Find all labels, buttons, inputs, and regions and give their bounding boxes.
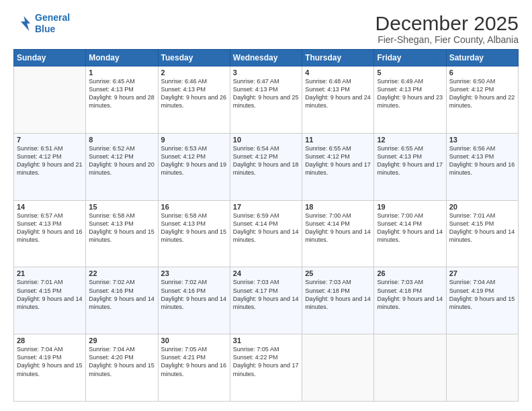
day-number: 15 xyxy=(89,203,154,211)
calendar-cell: 23Sunrise: 7:02 AMSunset: 4:16 PMDayligh… xyxy=(158,267,230,334)
cell-info: Sunrise: 7:05 AMSunset: 4:22 PMDaylight:… xyxy=(233,345,299,378)
header: General Blue December 2025 Fier-Shegan, … xyxy=(13,12,519,45)
day-number: 26 xyxy=(377,269,443,277)
calendar-cell xyxy=(14,66,86,134)
calendar-body: 1Sunrise: 6:45 AMSunset: 4:13 PMDaylight… xyxy=(14,66,519,402)
day-number: 14 xyxy=(17,203,83,211)
cell-info: Sunrise: 6:58 AMSunset: 4:13 PMDaylight:… xyxy=(161,212,227,244)
title-block: December 2025 Fier-Shegan, Fier County, … xyxy=(375,12,519,45)
calendar-cell: 20Sunrise: 7:01 AMSunset: 4:15 PMDayligh… xyxy=(446,200,518,267)
calendar-cell: 18Sunrise: 7:00 AMSunset: 4:14 PMDayligh… xyxy=(302,200,374,267)
logo-line2: Blue xyxy=(35,24,55,34)
cell-info: Sunrise: 6:45 AMSunset: 4:13 PMDaylight:… xyxy=(89,77,154,110)
day-number: 29 xyxy=(89,336,154,345)
cell-info: Sunrise: 6:55 AMSunset: 4:13 PMDaylight:… xyxy=(377,144,443,177)
cell-info: Sunrise: 7:04 AMSunset: 4:20 PMDaylight:… xyxy=(89,345,154,378)
cell-info: Sunrise: 6:53 AMSunset: 4:12 PMDaylight:… xyxy=(161,144,227,177)
weekday-header-sunday: Sunday xyxy=(14,50,86,66)
day-number: 9 xyxy=(161,136,227,144)
logo-text: General Blue xyxy=(35,12,70,35)
calendar-cell xyxy=(446,334,518,402)
calendar-week-2: 7Sunrise: 6:51 AMSunset: 4:12 PMDaylight… xyxy=(14,133,519,200)
calendar-cell: 29Sunrise: 7:04 AMSunset: 4:20 PMDayligh… xyxy=(86,334,158,402)
calendar-cell: 7Sunrise: 6:51 AMSunset: 4:12 PMDaylight… xyxy=(14,133,86,200)
cell-info: Sunrise: 7:00 AMSunset: 4:14 PMDaylight:… xyxy=(305,212,371,244)
svg-marker-0 xyxy=(21,16,30,31)
day-number: 18 xyxy=(305,203,371,211)
weekday-header-monday: Monday xyxy=(86,50,158,66)
month-title: December 2025 xyxy=(375,12,519,34)
day-number: 28 xyxy=(17,336,83,345)
cell-info: Sunrise: 7:05 AMSunset: 4:21 PMDaylight:… xyxy=(161,345,227,378)
weekday-header-thursday: Thursday xyxy=(302,50,374,66)
calendar-cell: 15Sunrise: 6:58 AMSunset: 4:13 PMDayligh… xyxy=(86,200,158,267)
day-number: 16 xyxy=(161,203,227,211)
cell-info: Sunrise: 7:03 AMSunset: 4:17 PMDaylight:… xyxy=(233,278,299,311)
calendar-cell: 19Sunrise: 7:00 AMSunset: 4:14 PMDayligh… xyxy=(374,200,446,267)
calendar-cell: 26Sunrise: 7:03 AMSunset: 4:18 PMDayligh… xyxy=(374,267,446,334)
calendar-cell: 28Sunrise: 7:04 AMSunset: 4:19 PMDayligh… xyxy=(14,334,86,402)
calendar-cell: 6Sunrise: 6:50 AMSunset: 4:12 PMDaylight… xyxy=(446,66,518,134)
calendar-cell: 12Sunrise: 6:55 AMSunset: 4:13 PMDayligh… xyxy=(374,133,446,200)
cell-info: Sunrise: 6:50 AMSunset: 4:12 PMDaylight:… xyxy=(449,77,515,110)
logo: General Blue xyxy=(13,12,70,35)
day-number: 12 xyxy=(377,136,443,144)
day-number: 1 xyxy=(89,68,154,77)
day-number: 20 xyxy=(449,203,515,211)
calendar-cell: 21Sunrise: 7:01 AMSunset: 4:15 PMDayligh… xyxy=(14,267,86,334)
calendar-cell: 16Sunrise: 6:58 AMSunset: 4:13 PMDayligh… xyxy=(158,200,230,267)
calendar-week-3: 14Sunrise: 6:57 AMSunset: 4:13 PMDayligh… xyxy=(14,200,519,267)
day-number: 25 xyxy=(305,269,371,277)
calendar-cell: 31Sunrise: 7:05 AMSunset: 4:22 PMDayligh… xyxy=(230,334,302,402)
calendar-cell xyxy=(302,334,374,402)
cell-info: Sunrise: 7:04 AMSunset: 4:19 PMDaylight:… xyxy=(449,278,515,311)
cell-info: Sunrise: 6:55 AMSunset: 4:12 PMDaylight:… xyxy=(305,144,371,177)
day-number: 2 xyxy=(161,68,227,77)
day-number: 17 xyxy=(233,203,299,211)
calendar-cell: 2Sunrise: 6:46 AMSunset: 4:13 PMDaylight… xyxy=(158,66,230,134)
calendar-cell: 17Sunrise: 6:59 AMSunset: 4:14 PMDayligh… xyxy=(230,200,302,267)
day-number: 13 xyxy=(449,136,515,144)
day-number: 8 xyxy=(89,136,154,144)
calendar-week-5: 28Sunrise: 7:04 AMSunset: 4:19 PMDayligh… xyxy=(14,334,519,402)
day-number: 21 xyxy=(17,269,83,277)
cell-info: Sunrise: 6:59 AMSunset: 4:14 PMDaylight:… xyxy=(233,212,299,244)
cell-info: Sunrise: 6:51 AMSunset: 4:12 PMDaylight:… xyxy=(17,144,83,177)
cell-info: Sunrise: 6:58 AMSunset: 4:13 PMDaylight:… xyxy=(89,212,154,244)
logo-icon xyxy=(13,14,32,33)
cell-info: Sunrise: 6:56 AMSunset: 4:13 PMDaylight:… xyxy=(449,144,515,177)
day-number: 11 xyxy=(305,136,371,144)
logo-line1: General xyxy=(35,12,70,23)
calendar-cell: 3Sunrise: 6:47 AMSunset: 4:13 PMDaylight… xyxy=(230,66,302,134)
cell-info: Sunrise: 7:02 AMSunset: 4:16 PMDaylight:… xyxy=(161,278,227,311)
cell-info: Sunrise: 7:04 AMSunset: 4:19 PMDaylight:… xyxy=(17,345,83,378)
calendar-cell xyxy=(374,334,446,402)
calendar-cell: 4Sunrise: 6:48 AMSunset: 4:13 PMDaylight… xyxy=(302,66,374,134)
day-number: 24 xyxy=(233,269,299,277)
calendar-cell: 9Sunrise: 6:53 AMSunset: 4:12 PMDaylight… xyxy=(158,133,230,200)
calendar-cell: 25Sunrise: 7:03 AMSunset: 4:18 PMDayligh… xyxy=(302,267,374,334)
cell-info: Sunrise: 7:01 AMSunset: 4:15 PMDaylight:… xyxy=(449,212,515,244)
weekday-row: SundayMondayTuesdayWednesdayThursdayFrid… xyxy=(14,50,519,66)
day-number: 4 xyxy=(305,68,371,77)
calendar-cell: 5Sunrise: 6:49 AMSunset: 4:13 PMDaylight… xyxy=(374,66,446,134)
calendar-header: SundayMondayTuesdayWednesdayThursdayFrid… xyxy=(14,50,519,66)
weekday-header-wednesday: Wednesday xyxy=(230,50,302,66)
calendar-cell: 10Sunrise: 6:54 AMSunset: 4:12 PMDayligh… xyxy=(230,133,302,200)
cell-info: Sunrise: 6:52 AMSunset: 4:12 PMDaylight:… xyxy=(89,144,154,177)
cell-info: Sunrise: 6:46 AMSunset: 4:13 PMDaylight:… xyxy=(161,77,227,110)
day-number: 22 xyxy=(89,269,154,277)
cell-info: Sunrise: 7:01 AMSunset: 4:15 PMDaylight:… xyxy=(17,278,83,311)
calendar-cell: 8Sunrise: 6:52 AMSunset: 4:12 PMDaylight… xyxy=(86,133,158,200)
day-number: 10 xyxy=(233,136,299,144)
calendar-week-1: 1Sunrise: 6:45 AMSunset: 4:13 PMDaylight… xyxy=(14,66,519,134)
calendar-table: SundayMondayTuesdayWednesdayThursdayFrid… xyxy=(13,49,519,402)
cell-info: Sunrise: 6:48 AMSunset: 4:13 PMDaylight:… xyxy=(305,77,371,110)
day-number: 5 xyxy=(377,68,443,77)
day-number: 31 xyxy=(233,336,299,345)
calendar-cell: 30Sunrise: 7:05 AMSunset: 4:21 PMDayligh… xyxy=(158,334,230,402)
calendar-cell: 13Sunrise: 6:56 AMSunset: 4:13 PMDayligh… xyxy=(446,133,518,200)
day-number: 30 xyxy=(161,336,227,345)
calendar-week-4: 21Sunrise: 7:01 AMSunset: 4:15 PMDayligh… xyxy=(14,267,519,334)
calendar-cell: 14Sunrise: 6:57 AMSunset: 4:13 PMDayligh… xyxy=(14,200,86,267)
